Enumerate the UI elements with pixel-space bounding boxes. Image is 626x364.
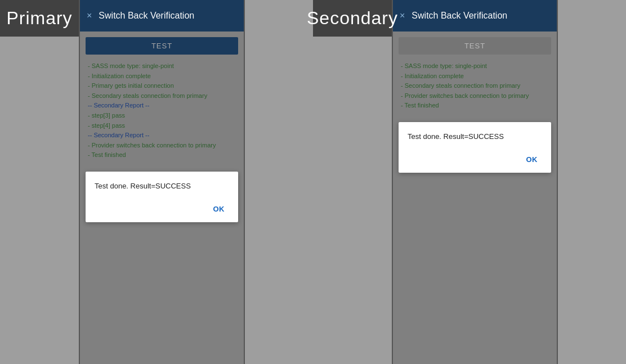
log-line: - Test finished: [88, 150, 236, 160]
secondary-title-bar: × Switch Back Verification: [393, 0, 557, 32]
log-line: - Primary gets initial connection: [88, 81, 236, 91]
secondary-ok-button[interactable]: OK: [522, 153, 543, 166]
secondary-label: Secondary: [313, 0, 392, 37]
log-line: - Provider switches back connection to p…: [88, 141, 236, 151]
primary-log-area: - SASS mode type: single-point - Initial…: [86, 59, 238, 163]
secondary-log-area: - SASS mode type: single-point - Initial…: [399, 59, 551, 113]
secondary-dialog-message: Test done. Result=SUCCESS: [408, 131, 542, 142]
log-line: - SASS mode type: single-point: [401, 61, 549, 71]
log-line: - SASS mode type: single-point: [88, 61, 236, 71]
secondary-content: TEST - SASS mode type: single-point - In…: [393, 32, 557, 364]
primary-label: Primary: [0, 0, 79, 37]
primary-ok-button[interactable]: OK: [209, 203, 230, 215]
log-line: - Provider switches back connection to p…: [401, 91, 549, 101]
log-line: - Initialization complete: [88, 71, 236, 82]
secondary-device: × Switch Back Verification TEST - SASS m…: [392, 0, 558, 364]
log-line: - step[4] pass: [88, 121, 236, 131]
log-line: -- Secondary Report --: [88, 131, 236, 141]
log-line: -- Secondary Report --: [88, 101, 236, 111]
secondary-panel: Secondary × Switch Back Verification TES…: [313, 0, 626, 364]
secondary-test-button[interactable]: TEST: [399, 37, 551, 55]
log-line: - Secondary steals connection from prima…: [401, 81, 549, 91]
log-line: - Initialization complete: [401, 71, 549, 82]
secondary-close-button[interactable]: ×: [400, 11, 405, 21]
secondary-dialog-buttons: OK: [408, 153, 542, 168]
log-line: - Test finished: [401, 101, 549, 111]
secondary-title-text: Switch Back Verification: [412, 11, 507, 21]
primary-device: × Switch Back Verification TEST - SASS m…: [79, 0, 245, 364]
primary-dialog-buttons: OK: [95, 203, 229, 218]
primary-title-text: Switch Back Verification: [99, 11, 194, 21]
primary-panel: Primary × Switch Back Verification TEST …: [0, 0, 313, 364]
secondary-dialog: Test done. Result=SUCCESS OK: [399, 122, 551, 173]
primary-close-button[interactable]: ×: [87, 11, 92, 21]
primary-title-bar: × Switch Back Verification: [80, 0, 244, 32]
primary-label-text: Primary: [6, 8, 72, 29]
secondary-label-text: Secondary: [307, 8, 398, 29]
log-line: - Secondary steals connection from prima…: [88, 91, 236, 101]
primary-dialog: Test done. Result=SUCCESS OK: [86, 172, 238, 223]
log-line: - step[3] pass: [88, 111, 236, 121]
primary-test-button[interactable]: TEST: [86, 37, 238, 55]
primary-content: TEST - SASS mode type: single-point - In…: [80, 32, 244, 364]
primary-dialog-message: Test done. Result=SUCCESS: [95, 181, 229, 192]
